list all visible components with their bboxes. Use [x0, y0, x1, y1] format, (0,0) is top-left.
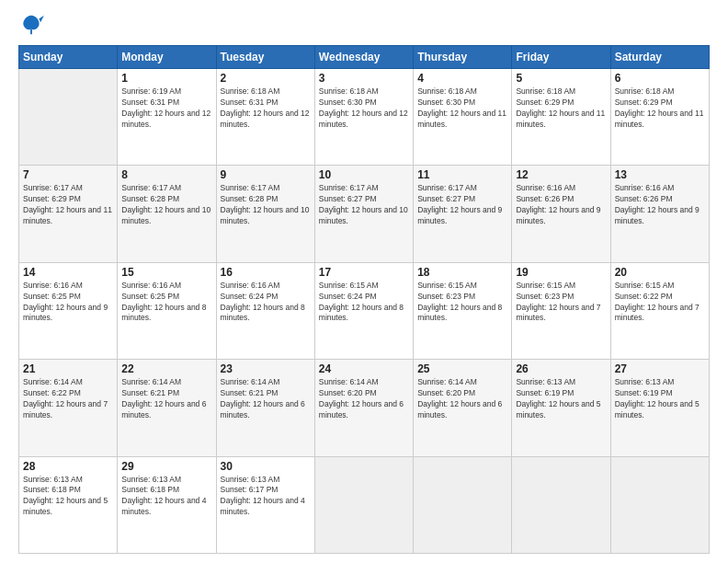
day-info: Sunrise: 6:17 AMSunset: 6:27 PMDaylight:…	[417, 183, 507, 227]
day-number: 24	[319, 362, 409, 375]
day-number: 9	[221, 168, 311, 181]
weekday-header-wednesday: Wednesday	[314, 46, 413, 69]
day-info: Sunrise: 6:17 AMSunset: 6:28 PMDaylight:…	[221, 183, 311, 227]
calendar-cell: 15Sunrise: 6:16 AMSunset: 6:25 PMDayligh…	[118, 262, 216, 359]
day-number: 11	[417, 168, 507, 181]
day-number: 15	[121, 266, 211, 279]
calendar-cell: 11Sunrise: 6:17 AMSunset: 6:27 PMDayligh…	[414, 166, 512, 262]
day-info: Sunrise: 6:19 AMSunset: 6:31 PMDaylight:…	[121, 86, 211, 131]
day-number: 29	[121, 460, 211, 473]
day-number: 4	[417, 72, 507, 85]
calendar-week-row: 14Sunrise: 6:16 AMSunset: 6:25 PMDayligh…	[19, 262, 710, 359]
calendar-cell: 3Sunrise: 6:18 AMSunset: 6:30 PMDaylight…	[314, 69, 413, 166]
day-number: 12	[516, 168, 606, 181]
calendar-cell: 10Sunrise: 6:17 AMSunset: 6:27 PMDayligh…	[314, 166, 413, 262]
calendar-week-row: 28Sunrise: 6:13 AMSunset: 6:18 PMDayligh…	[19, 456, 710, 553]
day-number: 2	[221, 72, 311, 85]
day-number: 13	[615, 168, 705, 181]
calendar-cell: 16Sunrise: 6:16 AMSunset: 6:24 PMDayligh…	[216, 262, 314, 359]
calendar-cell: 19Sunrise: 6:15 AMSunset: 6:23 PMDayligh…	[512, 262, 610, 359]
day-info: Sunrise: 6:18 AMSunset: 6:30 PMDaylight:…	[319, 86, 409, 131]
calendar-cell: 7Sunrise: 6:17 AMSunset: 6:29 PMDaylight…	[19, 166, 118, 262]
day-number: 1	[121, 72, 211, 85]
day-number: 3	[319, 72, 409, 85]
day-info: Sunrise: 6:15 AMSunset: 6:24 PMDaylight:…	[319, 281, 409, 325]
day-number: 5	[516, 72, 606, 85]
weekday-header-thursday: Thursday	[414, 46, 512, 69]
day-info: Sunrise: 6:16 AMSunset: 6:24 PMDaylight:…	[221, 281, 311, 325]
calendar-cell: 18Sunrise: 6:15 AMSunset: 6:23 PMDayligh…	[414, 262, 512, 359]
day-info: Sunrise: 6:18 AMSunset: 6:29 PMDaylight:…	[615, 86, 705, 131]
calendar-cell: 14Sunrise: 6:16 AMSunset: 6:25 PMDayligh…	[19, 262, 118, 359]
calendar-cell: 9Sunrise: 6:17 AMSunset: 6:28 PMDaylight…	[216, 166, 314, 262]
calendar-cell: 2Sunrise: 6:18 AMSunset: 6:31 PMDaylight…	[216, 69, 314, 166]
day-number: 10	[319, 168, 409, 181]
day-info: Sunrise: 6:14 AMSunset: 6:20 PMDaylight:…	[417, 377, 507, 421]
calendar-cell: 4Sunrise: 6:18 AMSunset: 6:30 PMDaylight…	[414, 69, 512, 166]
calendar-week-row: 21Sunrise: 6:14 AMSunset: 6:22 PMDayligh…	[19, 360, 710, 456]
day-number: 8	[121, 168, 211, 181]
header	[18, 14, 710, 36]
logo-icon	[18, 14, 44, 36]
day-number: 18	[417, 266, 507, 279]
calendar-week-row: 7Sunrise: 6:17 AMSunset: 6:29 PMDaylight…	[19, 166, 710, 262]
calendar-cell: 12Sunrise: 6:16 AMSunset: 6:26 PMDayligh…	[512, 166, 610, 262]
calendar-cell: 22Sunrise: 6:14 AMSunset: 6:21 PMDayligh…	[118, 360, 216, 456]
day-info: Sunrise: 6:17 AMSunset: 6:28 PMDaylight:…	[121, 183, 211, 227]
day-info: Sunrise: 6:14 AMSunset: 6:21 PMDaylight:…	[121, 377, 211, 421]
calendar-cell: 28Sunrise: 6:13 AMSunset: 6:18 PMDayligh…	[19, 456, 118, 553]
day-number: 16	[221, 266, 311, 279]
day-info: Sunrise: 6:13 AMSunset: 6:18 PMDaylight:…	[121, 475, 211, 519]
day-number: 28	[23, 460, 113, 473]
weekday-header-tuesday: Tuesday	[216, 46, 314, 69]
day-info: Sunrise: 6:18 AMSunset: 6:29 PMDaylight:…	[516, 86, 606, 131]
day-info: Sunrise: 6:14 AMSunset: 6:22 PMDaylight:…	[23, 377, 113, 421]
day-info: Sunrise: 6:14 AMSunset: 6:20 PMDaylight:…	[319, 377, 409, 421]
calendar-cell: 23Sunrise: 6:14 AMSunset: 6:21 PMDayligh…	[216, 360, 314, 456]
calendar-cell	[414, 456, 512, 553]
day-number: 19	[516, 266, 606, 279]
calendar-cell: 24Sunrise: 6:14 AMSunset: 6:20 PMDayligh…	[314, 360, 413, 456]
day-number: 17	[319, 266, 409, 279]
day-info: Sunrise: 6:18 AMSunset: 6:30 PMDaylight:…	[417, 86, 507, 131]
day-number: 6	[615, 72, 705, 85]
weekday-header-friday: Friday	[512, 46, 610, 69]
day-number: 30	[221, 460, 311, 473]
day-info: Sunrise: 6:18 AMSunset: 6:31 PMDaylight:…	[221, 86, 311, 131]
page: SundayMondayTuesdayWednesdayThursdayFrid…	[0, 0, 728, 563]
calendar-cell	[610, 456, 709, 553]
day-info: Sunrise: 6:15 AMSunset: 6:23 PMDaylight:…	[516, 281, 606, 325]
calendar-cell: 27Sunrise: 6:13 AMSunset: 6:19 PMDayligh…	[610, 360, 709, 456]
calendar-cell: 17Sunrise: 6:15 AMSunset: 6:24 PMDayligh…	[314, 262, 413, 359]
calendar-header-row: SundayMondayTuesdayWednesdayThursdayFrid…	[19, 46, 710, 69]
calendar-cell: 5Sunrise: 6:18 AMSunset: 6:29 PMDaylight…	[512, 69, 610, 166]
day-number: 23	[221, 362, 311, 375]
day-info: Sunrise: 6:16 AMSunset: 6:26 PMDaylight:…	[615, 183, 705, 227]
day-info: Sunrise: 6:15 AMSunset: 6:23 PMDaylight:…	[417, 281, 507, 325]
day-info: Sunrise: 6:15 AMSunset: 6:22 PMDaylight:…	[615, 281, 705, 325]
day-number: 21	[23, 362, 113, 375]
day-info: Sunrise: 6:13 AMSunset: 6:18 PMDaylight:…	[23, 475, 113, 519]
calendar-cell: 21Sunrise: 6:14 AMSunset: 6:22 PMDayligh…	[19, 360, 118, 456]
calendar-cell: 20Sunrise: 6:15 AMSunset: 6:22 PMDayligh…	[610, 262, 709, 359]
day-info: Sunrise: 6:17 AMSunset: 6:27 PMDaylight:…	[319, 183, 409, 227]
day-info: Sunrise: 6:16 AMSunset: 6:26 PMDaylight:…	[516, 183, 606, 227]
day-number: 22	[121, 362, 211, 375]
calendar-cell: 30Sunrise: 6:13 AMSunset: 6:17 PMDayligh…	[216, 456, 314, 553]
calendar-cell: 13Sunrise: 6:16 AMSunset: 6:26 PMDayligh…	[610, 166, 709, 262]
calendar-cell: 26Sunrise: 6:13 AMSunset: 6:19 PMDayligh…	[512, 360, 610, 456]
weekday-header-sunday: Sunday	[19, 46, 118, 69]
day-info: Sunrise: 6:13 AMSunset: 6:17 PMDaylight:…	[221, 475, 311, 519]
day-info: Sunrise: 6:16 AMSunset: 6:25 PMDaylight:…	[23, 281, 113, 325]
day-info: Sunrise: 6:14 AMSunset: 6:21 PMDaylight:…	[221, 377, 311, 421]
day-info: Sunrise: 6:17 AMSunset: 6:29 PMDaylight:…	[23, 183, 113, 227]
calendar-cell: 8Sunrise: 6:17 AMSunset: 6:28 PMDaylight…	[118, 166, 216, 262]
logo	[18, 14, 46, 36]
calendar-cell: 6Sunrise: 6:18 AMSunset: 6:29 PMDaylight…	[610, 69, 709, 166]
day-number: 27	[615, 362, 705, 375]
weekday-header-monday: Monday	[118, 46, 216, 69]
day-info: Sunrise: 6:13 AMSunset: 6:19 PMDaylight:…	[615, 377, 705, 421]
calendar-cell: 29Sunrise: 6:13 AMSunset: 6:18 PMDayligh…	[118, 456, 216, 553]
day-number: 26	[516, 362, 606, 375]
calendar-cell	[19, 69, 118, 166]
